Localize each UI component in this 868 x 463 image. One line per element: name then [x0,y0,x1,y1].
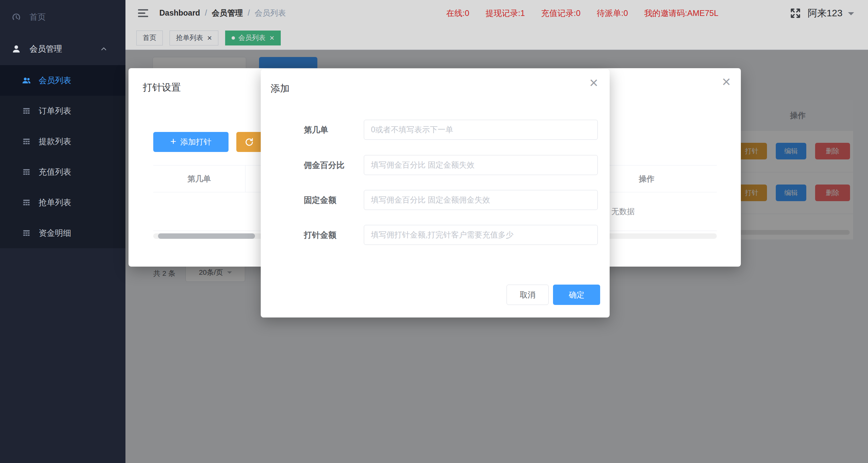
form-row-order-number: 第几单 [261,120,610,140]
dialog-title: 打针设置 [143,81,181,94]
field-label: 固定金额 [304,190,336,210]
add-inject-label: 添加打针 [180,137,212,147]
chevron-up-icon [100,45,108,53]
modal-backdrop-top [125,0,868,50]
table-icon [22,106,31,116]
form-row-commission-percent: 佣金百分比 [261,155,610,175]
commission-percent-input[interactable] [364,155,598,175]
refresh-icon [244,137,254,147]
close-icon[interactable]: × [589,75,598,90]
inject-amount-input[interactable] [364,225,598,245]
table-icon [22,137,31,146]
users-icon [22,76,31,85]
sidebar-item-recharge-list[interactable]: 充值列表 [0,157,125,187]
horizontal-scrollbar-thumb[interactable] [158,233,255,239]
sidebar-item-grab-order-list[interactable]: 抢单列表 [0,187,125,218]
sidebar-item-member-management[interactable]: 会员管理 [0,33,125,64]
sidebar-item-label: 会员列表 [39,75,71,86]
add-inject-button[interactable]: + 添加打针 [153,132,229,152]
sidebar-item-label: 会员管理 [29,43,62,54]
sidebar-item-label: 订单列表 [39,105,71,116]
field-label: 第几单 [304,120,328,140]
table-icon [22,167,31,177]
sidebar-item-label: 抢单列表 [39,197,71,208]
user-icon [11,44,21,54]
sidebar-item-withdraw-list[interactable]: 提款列表 [0,126,125,157]
sidebar-item-label: 充值列表 [39,167,71,177]
field-label: 打针金额 [304,225,336,245]
screen: 首页 会员管理 会员列表 [0,0,868,463]
dashboard-icon [11,12,21,22]
sidebar-item-fund-detail[interactable]: 资金明细 [0,218,125,248]
col-header-order-number: 第几单 [153,166,245,192]
cancel-button[interactable]: 取消 [507,285,549,305]
form-row-inject-amount: 打针金额 [261,225,610,245]
sidebar: 首页 会员管理 会员列表 [0,0,125,463]
close-icon[interactable]: × [722,74,731,89]
sidebar-submenu: 会员列表 订单列表 提款列表 充值列表 [0,65,125,248]
sidebar-item-member-list[interactable]: 会员列表 [0,65,125,96]
add-dialog: 添加 × 第几单 佣金百分比 固定金额 打针金额 取消 确定 [261,69,610,317]
form-row-fixed-amount: 固定金额 [261,190,610,210]
sidebar-item-label: 提款列表 [39,136,71,147]
sidebar-item-label: 首页 [29,12,46,22]
sidebar-item-label: 资金明细 [39,228,71,238]
fixed-amount-input[interactable] [364,190,598,210]
order-number-input[interactable] [364,120,598,140]
table-icon [22,198,31,207]
field-label: 佣金百分比 [304,155,344,175]
table-icon [22,228,31,238]
sidebar-item-order-list[interactable]: 订单列表 [0,96,125,126]
plus-icon: + [170,136,176,147]
dialog-title: 添加 [271,82,290,95]
sidebar-item-home[interactable]: 首页 [0,1,125,33]
confirm-button[interactable]: 确定 [553,285,600,305]
empty-text: 无数据 [611,206,635,217]
